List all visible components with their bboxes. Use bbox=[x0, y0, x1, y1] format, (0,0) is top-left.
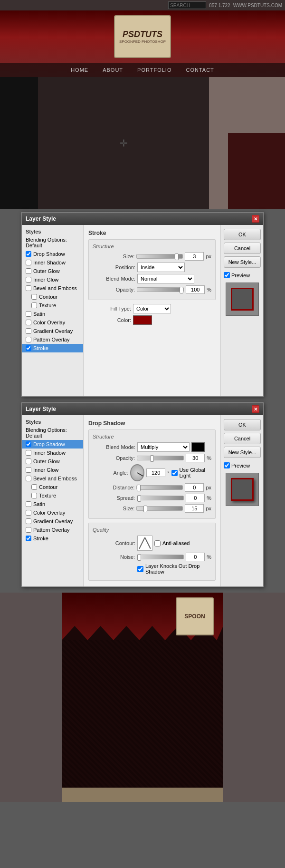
sidebar-pattern-overlay-2[interactable]: Pattern Overlay bbox=[22, 526, 83, 534]
contour-preview-2[interactable] bbox=[137, 536, 152, 551]
cb-texture-2[interactable] bbox=[31, 493, 37, 498]
cb-inner-shadow-1[interactable] bbox=[26, 260, 31, 265]
dialog-close-2[interactable]: ✕ bbox=[252, 405, 259, 413]
cb-stroke-1[interactable] bbox=[26, 345, 31, 351]
sidebar-inner-shadow-1[interactable]: Inner Shadow bbox=[22, 258, 83, 267]
cb-satin-2[interactable] bbox=[26, 501, 31, 507]
cb-inner-shadow-2[interactable] bbox=[26, 450, 31, 456]
cb-contour-1[interactable] bbox=[31, 294, 37, 300]
cb-color-overlay-1[interactable] bbox=[26, 320, 31, 325]
blend-mode-select-2[interactable]: Multiply Normal bbox=[137, 442, 190, 452]
angle-dial-2[interactable] bbox=[130, 464, 145, 481]
noise-slider-2[interactable] bbox=[137, 555, 184, 559]
cb-color-overlay-2[interactable] bbox=[26, 510, 31, 516]
sidebar-contour-2[interactable]: Contour bbox=[22, 483, 83, 491]
sidebar-bevel-2[interactable]: Bevel and Emboss bbox=[22, 474, 83, 483]
opacity-slider-2[interactable] bbox=[137, 456, 184, 460]
blend-mode-select-1[interactable]: Normal Multiply bbox=[137, 274, 194, 283]
sidebar-inner-glow-1[interactable]: Inner Glow bbox=[22, 275, 83, 284]
nav-home[interactable]: HOME bbox=[71, 67, 88, 73]
anti-aliased-cb-2[interactable] bbox=[154, 540, 161, 546]
cb-pattern-overlay-2[interactable] bbox=[26, 527, 31, 533]
opacity-input-1[interactable] bbox=[186, 285, 205, 294]
angle-input-2[interactable] bbox=[146, 468, 165, 477]
size-thumb-2[interactable] bbox=[143, 506, 147, 512]
new-style-button-1[interactable]: New Style... bbox=[224, 256, 261, 268]
new-style-button-2[interactable]: New Style... bbox=[224, 447, 261, 458]
cb-contour-2[interactable] bbox=[31, 484, 37, 490]
cb-inner-glow-2[interactable] bbox=[26, 467, 31, 473]
sidebar-outer-glow-2[interactable]: Outer Glow bbox=[22, 457, 83, 466]
sidebar-stroke-1[interactable]: Stroke bbox=[22, 344, 83, 352]
cb-drop-shadow-1[interactable] bbox=[26, 251, 31, 257]
noise-input-2[interactable] bbox=[186, 553, 205, 561]
ok-button-1[interactable]: OK bbox=[224, 229, 261, 240]
distance-slider-2[interactable] bbox=[136, 485, 183, 490]
opacity-thumb-1[interactable] bbox=[180, 287, 183, 293]
cb-gradient-overlay-1[interactable] bbox=[26, 328, 31, 334]
cancel-button-1[interactable]: Cancel bbox=[224, 243, 261, 254]
sidebar-drop-shadow-2[interactable]: Drop Shadow bbox=[22, 440, 83, 449]
label-texture-1: Texture bbox=[39, 302, 56, 308]
opacity-input-2[interactable] bbox=[186, 454, 205, 462]
sidebar-texture-2[interactable]: Texture bbox=[22, 491, 83, 500]
sidebar-satin-2[interactable]: Satin bbox=[22, 500, 83, 508]
opacity-thumb-2[interactable] bbox=[150, 455, 154, 462]
sidebar-color-overlay-1[interactable]: Color Overlay bbox=[22, 318, 83, 327]
position-select-1[interactable]: Inside Outside Center bbox=[137, 263, 185, 272]
nav-portfolio[interactable]: PORTFOLIO bbox=[137, 67, 171, 73]
preview-cb-1[interactable] bbox=[224, 272, 230, 278]
contour-label-2: Contour: bbox=[93, 540, 135, 546]
spread-input-2[interactable] bbox=[186, 494, 205, 502]
shadow-color-swatch[interactable] bbox=[191, 442, 205, 452]
cb-texture-1[interactable] bbox=[31, 302, 37, 308]
cb-bevel-1[interactable] bbox=[26, 285, 31, 291]
cb-inner-glow-1[interactable] bbox=[26, 277, 31, 283]
spread-thumb-2[interactable] bbox=[137, 495, 141, 502]
dialog-close-1[interactable]: ✕ bbox=[252, 215, 259, 223]
nav-contact[interactable]: CONTACT bbox=[186, 67, 214, 73]
ok-button-2[interactable]: OK bbox=[224, 419, 261, 430]
size-thumb-1[interactable] bbox=[175, 254, 179, 260]
cb-satin-1[interactable] bbox=[26, 311, 31, 317]
cb-bevel-2[interactable] bbox=[26, 476, 31, 481]
distance-input-2[interactable] bbox=[185, 483, 204, 492]
color-swatch-1[interactable] bbox=[133, 315, 152, 325]
size-slider-2[interactable] bbox=[136, 506, 183, 511]
spread-slider-2[interactable] bbox=[137, 496, 184, 500]
sidebar-outer-glow-1[interactable]: Outer Glow bbox=[22, 267, 83, 275]
sidebar-bevel-1[interactable]: Bevel and Emboss bbox=[22, 284, 83, 293]
preview-cb-2[interactable] bbox=[224, 462, 230, 468]
size-input-1[interactable] bbox=[185, 252, 204, 261]
sidebar-inner-shadow-2[interactable]: Inner Shadow bbox=[22, 449, 83, 457]
sidebar-blending-2[interactable]: Blending Options: Default bbox=[22, 426, 83, 440]
distance-thumb-2[interactable] bbox=[137, 485, 141, 491]
size-slider-1[interactable] bbox=[136, 254, 183, 259]
cb-stroke-2[interactable] bbox=[26, 536, 31, 541]
sidebar-contour-1[interactable]: Contour bbox=[22, 293, 83, 301]
sidebar-drop-shadow-1[interactable]: Drop Shadow bbox=[22, 250, 83, 258]
sidebar-pattern-overlay-1[interactable]: Pattern Overlay bbox=[22, 335, 83, 344]
cb-outer-glow-2[interactable] bbox=[26, 458, 31, 464]
sidebar-texture-1[interactable]: Texture bbox=[22, 301, 83, 310]
sidebar-color-overlay-2[interactable]: Color Overlay bbox=[22, 508, 83, 517]
cancel-button-2[interactable]: Cancel bbox=[224, 433, 261, 444]
search-input[interactable] bbox=[168, 1, 206, 9]
opacity-slider-1[interactable] bbox=[137, 287, 184, 292]
sidebar-stroke-2[interactable]: Stroke bbox=[22, 534, 83, 543]
layer-knocks-cb-2[interactable] bbox=[137, 566, 143, 572]
size-input-2[interactable] bbox=[185, 504, 204, 513]
sidebar-gradient-overlay-1[interactable]: Gradient Overlay bbox=[22, 327, 83, 335]
sidebar-gradient-overlay-2[interactable]: Gradient Overlay bbox=[22, 517, 83, 526]
cb-pattern-overlay-1[interactable] bbox=[26, 337, 31, 342]
sidebar-blending-1[interactable]: Blending Options: Default bbox=[22, 235, 83, 250]
fill-type-select-1[interactable]: Color Gradient Pattern bbox=[133, 304, 171, 313]
sidebar-inner-glow-2[interactable]: Inner Glow bbox=[22, 466, 83, 474]
cb-drop-shadow-2[interactable] bbox=[26, 441, 31, 447]
noise-thumb-2[interactable] bbox=[137, 554, 141, 561]
cb-gradient-overlay-2[interactable] bbox=[26, 518, 31, 524]
global-light-cb[interactable] bbox=[171, 470, 178, 476]
nav-about[interactable]: ABOUT bbox=[103, 67, 123, 73]
cb-outer-glow-1[interactable] bbox=[26, 268, 31, 274]
sidebar-satin-1[interactable]: Satin bbox=[22, 310, 83, 318]
